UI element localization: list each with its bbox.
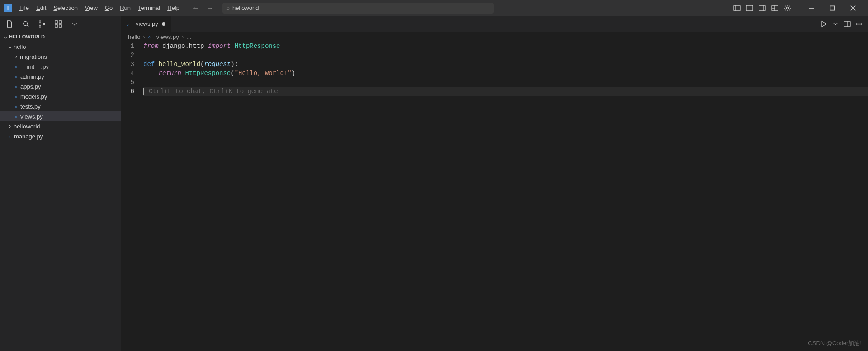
svg-point-16 [39,20,41,22]
more-icon[interactable] [855,20,863,28]
extensions-icon[interactable] [54,20,62,28]
command-center[interactable]: ⌕ helloworld [222,3,494,14]
menu-view[interactable]: View [81,0,101,16]
file-label: manage.py [14,133,43,140]
breadcrumb-part: views.py [156,33,179,40]
chevron-down-icon[interactable] [832,20,839,28]
search-text: helloworld [232,5,259,11]
python-icon: ⬨ [8,133,11,139]
menu-terminal[interactable]: Terminal [134,0,164,16]
app-icon: I [0,0,16,16]
menu-bar: File Edit Selection View Go Run Terminal… [16,0,183,16]
svg-point-9 [787,7,789,9]
file-apps[interactable]: ⬨apps.py [0,81,121,91]
layout-customize-icon[interactable] [771,5,778,12]
run-icon[interactable] [820,20,827,28]
tab-views[interactable]: ⬨ views.py [121,16,171,32]
sidebar: ⌄ HELLOWORLD ⌄hello ›migrations ⬨__init_… [0,16,121,351]
layout-sidebar-right-icon[interactable] [759,5,766,12]
file-views[interactable]: ⬨views.py [0,111,121,121]
menu-file[interactable]: File [16,0,33,16]
python-icon: ⬨ [14,104,18,109]
source-control-icon[interactable] [38,20,46,28]
svg-point-26 [859,23,859,24]
editor-pane: ⬨ views.py hello › ⬨ views.py › ... 1234… [121,16,868,351]
chevron-down-icon[interactable] [71,20,79,28]
chevron-down-icon: ⌄ [6,43,14,50]
breadcrumb-part: ... [186,33,191,40]
file-init[interactable]: ⬨__init__.py [0,62,121,71]
layout-panel-icon[interactable] [746,5,753,12]
folder-helloworld[interactable]: ›helloworld [0,121,121,131]
svg-rect-19 [55,20,57,23]
nav-back-icon[interactable]: ← [192,4,199,12]
file-label: models.py [20,93,47,100]
nav-arrows: ← → [192,4,213,12]
svg-rect-0 [734,5,740,11]
settings-gear-icon[interactable] [784,5,791,12]
menu-go[interactable]: Go [101,0,116,16]
file-label: apps.py [20,83,41,90]
breadcrumb[interactable]: hello › ⬨ views.py › ... [121,32,868,42]
folder-label: migrations [20,53,47,60]
file-tree: ⌄hello ›migrations ⬨__init__.py ⬨admin.p… [0,42,121,141]
window-maximize-button[interactable] [822,0,843,16]
file-label: admin.py [20,73,44,80]
file-admin[interactable]: ⬨admin.py [0,71,121,81]
svg-point-25 [856,23,857,24]
breadcrumb-part: hello [128,33,140,40]
svg-point-14 [24,21,28,25]
chevron-down-icon: ⌄ [2,33,9,40]
split-editor-icon[interactable] [844,20,851,28]
code-lines: from django.http import HttpResponse def… [143,42,868,351]
file-label: views.py [20,113,43,120]
file-tests[interactable]: ⬨tests.py [0,101,121,111]
python-icon: ⬨ [126,21,129,27]
folder-label: helloworld [14,123,40,130]
python-icon: ⬨ [14,114,18,119]
explorer-actions [0,16,121,32]
svg-point-17 [39,25,41,27]
line-gutter: 123456 [121,42,143,351]
folder-label: hello [14,43,26,50]
layout-sidebar-left-icon[interactable] [733,5,741,12]
watermark: CSDN @Coder加油! [808,339,862,347]
new-file-icon[interactable] [5,20,14,28]
inline-hint: Ctrl+L to chat, Ctrl+K to generate [143,88,278,95]
svg-rect-2 [746,5,753,11]
file-manage[interactable]: ⬨manage.py [0,131,121,141]
folder-hello[interactable]: ⌄hello [0,42,121,52]
svg-rect-11 [830,6,834,10]
folder-migrations[interactable]: ›migrations [0,52,121,62]
python-icon: ⬨ [148,34,151,39]
nav-forward-icon[interactable]: → [206,4,213,12]
svg-point-27 [861,23,862,24]
chevron-right-icon: › [143,33,145,40]
file-label: tests.py [20,103,41,110]
title-right [733,0,868,16]
chevron-right-icon: › [13,53,20,60]
python-icon: ⬨ [14,74,18,79]
python-icon: ⬨ [14,84,18,89]
project-name: HELLOWORLD [9,34,45,39]
search-icon[interactable] [22,20,30,28]
menu-selection[interactable]: Selection [50,0,81,16]
chevron-right-icon: › [182,33,184,40]
svg-rect-4 [759,5,765,11]
python-icon: ⬨ [14,64,18,69]
tabs-row: ⬨ views.py [121,16,868,32]
menu-run[interactable]: Run [116,0,134,16]
tab-label: views.py [136,20,158,27]
file-models[interactable]: ⬨models.py [0,91,121,101]
menu-edit[interactable]: Edit [33,0,50,16]
menu-help[interactable]: Help [164,0,183,16]
window-minimize-button[interactable] [801,0,822,16]
tab-actions [820,16,868,32]
svg-point-18 [43,23,45,25]
svg-rect-21 [55,24,57,27]
modified-indicator-icon [162,22,165,26]
code-editor[interactable]: 123456 from django.http import HttpRespo… [121,42,868,351]
window-close-button[interactable] [843,0,863,16]
svg-rect-22 [59,24,61,27]
project-header[interactable]: ⌄ HELLOWORLD [0,32,121,42]
